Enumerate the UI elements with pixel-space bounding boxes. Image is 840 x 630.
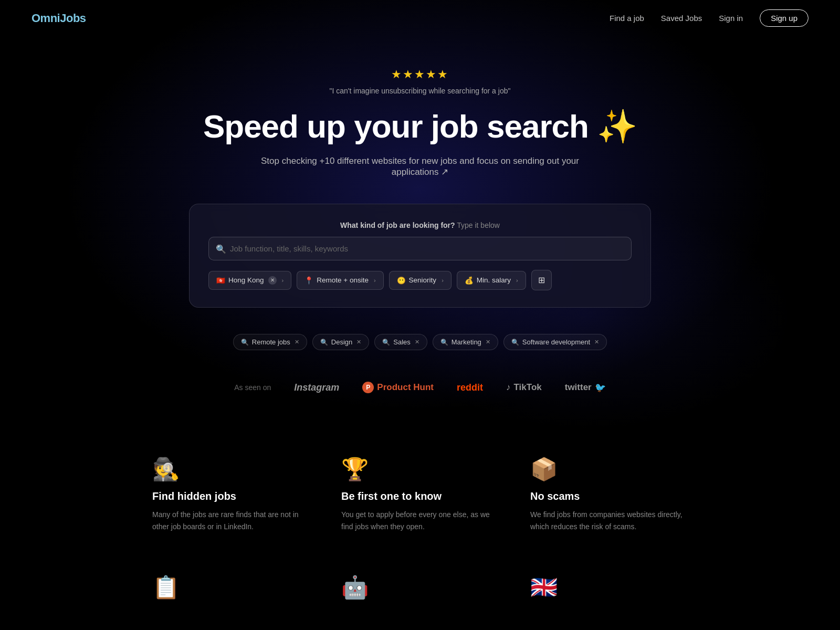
feature-icon-hidden-jobs: 🕵️ (152, 456, 310, 482)
quick-tag-design[interactable]: 🔍 Design ✕ (312, 334, 369, 350)
more-filters-icon: ⊞ (538, 275, 545, 285)
filter-row: 🇭🇰 Hong Kong ✕ › 📍 Remote + onsite › 😶 S… (208, 270, 632, 290)
nav-links: Find a job Saved Jobs Sign in Sign up (610, 9, 808, 27)
quick-tag-remove-5[interactable]: ✕ (594, 339, 599, 345)
feature-bottom-3: 🇬🇧 (530, 574, 688, 608)
quick-tag-search-icon-4: 🔍 (440, 339, 448, 346)
producthunt-icon: P (362, 382, 374, 393)
hero-subtitle: Stop checking +10 different websites for… (242, 156, 598, 177)
navbar: OmniJobs Find a job Saved Jobs Sign in S… (0, 0, 840, 36)
quick-tag-remove-3[interactable]: ✕ (415, 339, 419, 345)
quick-tag-label-marketing: Marketing (452, 338, 481, 346)
tiktok-icon: ♪ (506, 382, 511, 393)
nav-find-job[interactable]: Find a job (610, 14, 644, 23)
twitter-logo[interactable]: twitter 🐦 (565, 382, 606, 393)
hero-section: ★★★★★ "I can't imagine unsubscribing whi… (0, 36, 840, 456)
quick-tag-search-icon-2: 🔍 (320, 339, 328, 346)
seniority-filter[interactable]: 😶 Seniority › (389, 271, 452, 290)
quick-tag-label-remote-jobs: Remote jobs (252, 338, 290, 346)
hero-testimonial: "I can't imagine unsubscribing while sea… (10, 87, 830, 95)
instagram-logo[interactable]: Instagram (294, 382, 339, 393)
nav-signup-button[interactable]: Sign up (760, 9, 808, 27)
location-chevron: › (282, 277, 284, 284)
feature-hidden-jobs: 🕵️ Find hidden jobs Many of the jobs are… (152, 456, 310, 532)
location-flag: 🇭🇰 (216, 276, 225, 285)
feature-desc-first-to-know: You get to apply before every one else, … (341, 509, 499, 532)
search-input[interactable] (208, 237, 632, 260)
quick-tag-search-icon-3: 🔍 (382, 339, 390, 346)
features-section: 🕵️ Find hidden jobs Many of the jobs are… (131, 456, 709, 532)
nav-signin[interactable]: Sign in (719, 14, 743, 23)
search-box: What kind of job are looking for? Type i… (189, 204, 651, 308)
twitter-bird-icon: 🐦 (595, 382, 606, 393)
tiktok-logo[interactable]: ♪ TikTok (506, 382, 542, 393)
search-icon: 🔍 (216, 244, 226, 254)
feature-bottom-icon-3: 🇬🇧 (530, 574, 688, 600)
feature-title-first-to-know: Be first one to know (341, 490, 499, 502)
quick-tag-remove-1[interactable]: ✕ (295, 339, 299, 345)
feature-bottom-icon-2: 🤖 (341, 574, 499, 600)
salary-icon: 💰 (465, 276, 474, 285)
search-input-wrapper: 🔍 (208, 237, 632, 260)
feature-desc-no-scams: We find jobs from companies websites dir… (530, 509, 688, 532)
quick-tag-remove-4[interactable]: ✕ (486, 339, 490, 345)
quick-tag-marketing[interactable]: 🔍 Marketing ✕ (433, 334, 498, 350)
work-type-filter[interactable]: 📍 Remote + onsite › (297, 271, 383, 290)
as-seen-on: As seen on Instagram P Product Hunt redd… (10, 382, 830, 393)
feature-first-to-know: 🏆 Be first one to know You get to apply … (341, 456, 499, 532)
quick-tags: 🔍 Remote jobs ✕ 🔍 Design ✕ 🔍 Sales ✕ 🔍 M… (10, 334, 830, 350)
features-bottom-section: 📋 🤖 🇬🇧 (131, 574, 709, 630)
quick-tag-software-development[interactable]: 🔍 Software development ✕ (503, 334, 607, 350)
quick-tag-label-sales: Sales (393, 338, 411, 346)
quick-tag-label-design: Design (331, 338, 352, 346)
feature-bottom-1: 📋 (152, 574, 310, 608)
producthunt-logo[interactable]: P Product Hunt (362, 382, 434, 393)
salary-chevron: › (516, 277, 518, 284)
quick-tag-label-software-development: Software development (522, 338, 590, 346)
logo[interactable]: OmniJobs (32, 12, 86, 25)
feature-bottom-2: 🤖 (341, 574, 499, 608)
feature-title-no-scams: No scams (530, 490, 688, 502)
producthunt-label: Product Hunt (377, 382, 434, 393)
seniority-icon: 😶 (397, 276, 406, 285)
nav-saved-jobs[interactable]: Saved Jobs (661, 14, 702, 23)
reddit-logo[interactable]: reddit (457, 382, 483, 393)
work-type-icon: 📍 (304, 276, 313, 285)
feature-title-hidden-jobs: Find hidden jobs (152, 490, 310, 502)
quick-tag-remote-jobs[interactable]: 🔍 Remote jobs ✕ (233, 334, 307, 350)
as-seen-label: As seen on (234, 383, 271, 392)
location-filter[interactable]: 🇭🇰 Hong Kong ✕ › (208, 271, 291, 290)
salary-label: Min. salary (477, 276, 511, 284)
quick-tag-search-icon-1: 🔍 (241, 339, 249, 346)
quick-tag-sales[interactable]: 🔍 Sales ✕ (374, 334, 427, 350)
seniority-label: Seniority (409, 276, 437, 284)
salary-filter[interactable]: 💰 Min. salary › (457, 271, 526, 290)
feature-no-scams: 📦 No scams We find jobs from companies w… (530, 456, 688, 532)
search-label: What kind of job are looking for? Type i… (208, 221, 632, 229)
location-remove[interactable]: ✕ (268, 276, 277, 285)
feature-bottom-icon-1: 📋 (152, 574, 310, 600)
work-type-chevron: › (374, 277, 376, 284)
work-type-label: Remote + onsite (317, 276, 369, 284)
feature-desc-hidden-jobs: Many of the jobs are rare finds that are… (152, 509, 310, 532)
location-label: Hong Kong (228, 276, 264, 284)
quick-tag-search-icon-5: 🔍 (511, 339, 519, 346)
hero-title: Speed up your job search ✨ (10, 109, 830, 144)
feature-icon-no-scams: 📦 (530, 456, 688, 482)
seniority-chevron: › (442, 277, 444, 284)
feature-icon-first-to-know: 🏆 (341, 456, 499, 482)
hero-stars: ★★★★★ (10, 68, 830, 81)
more-filters-button[interactable]: ⊞ (531, 270, 552, 290)
quick-tag-remove-2[interactable]: ✕ (356, 339, 361, 345)
